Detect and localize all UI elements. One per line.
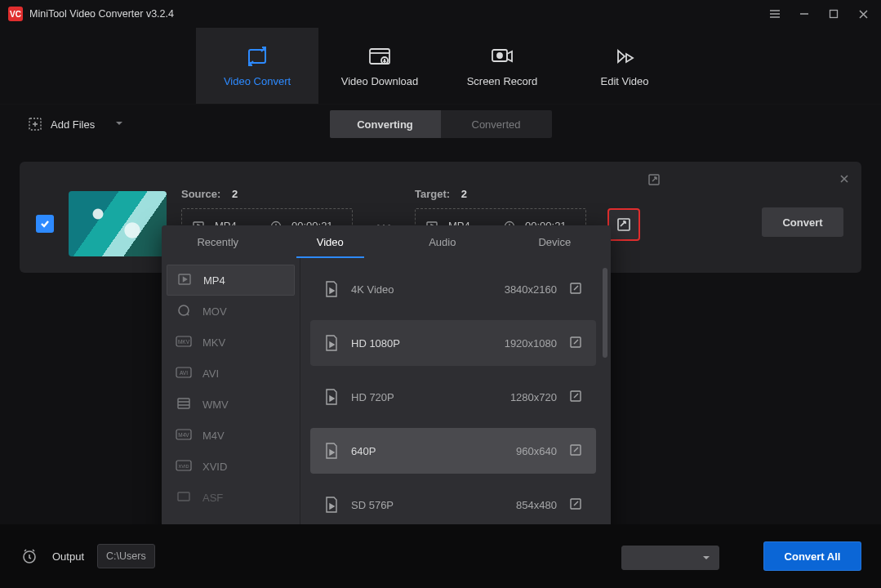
- convert-button[interactable]: Convert: [762, 207, 843, 237]
- nav-label: Edit Video: [600, 75, 648, 87]
- output-path-value: C:\Users: [106, 550, 146, 562]
- format-mp4[interactable]: MP4: [167, 265, 295, 296]
- svg-rect-0: [830, 11, 838, 18]
- bottom-bar: Output C:\Users Convert All: [0, 524, 881, 588]
- nav-label: Video Convert: [224, 75, 291, 87]
- quicktime-icon: [175, 303, 193, 320]
- titlebar: VC MiniTool Video Converter v3.2.4: [0, 0, 881, 28]
- play-file-icon: [322, 333, 341, 353]
- preset-resolution: 1920x1080: [483, 337, 557, 350]
- preset-1080p[interactable]: HD 1080P 1920x1080: [310, 320, 596, 366]
- nav-video-convert[interactable]: Video Convert: [196, 28, 318, 104]
- edit-preset-icon[interactable]: [567, 497, 585, 513]
- tab-converted[interactable]: Converted: [441, 110, 552, 138]
- target-count: 2: [461, 188, 467, 200]
- tab-video[interactable]: Video: [274, 225, 387, 258]
- source-count: 2: [232, 188, 238, 200]
- svg-rect-19: [178, 399, 189, 408]
- preset-name: 4K Video: [351, 283, 474, 296]
- tab-audio[interactable]: Audio: [386, 225, 499, 258]
- output-path-field[interactable]: C:\Users: [97, 544, 155, 568]
- format-asf[interactable]: ASF: [167, 482, 295, 513]
- format-xvid[interactable]: XVID XVID: [167, 451, 295, 482]
- play-file-icon: [322, 279, 341, 299]
- tab-device[interactable]: Device: [499, 225, 612, 258]
- preset-4k[interactable]: 4K Video 3840x2160: [310, 266, 596, 312]
- play-file-icon: [322, 441, 341, 461]
- schedule-icon[interactable]: [20, 546, 39, 566]
- tab-recently[interactable]: Recently: [162, 225, 274, 258]
- format-label: AVI: [202, 368, 219, 380]
- tab-converting[interactable]: Converting: [330, 110, 441, 138]
- format-list: MP4 MOV MKV MKV AVI AVI: [162, 258, 300, 565]
- edit-preset-icon[interactable]: [567, 390, 585, 405]
- svg-text:M4V: M4V: [178, 432, 189, 438]
- play-box-icon: [176, 272, 194, 289]
- download-icon: [365, 44, 394, 69]
- main-nav: Video Convert Video Download Screen Reco…: [0, 28, 881, 105]
- preset-scrollbar[interactable]: [603, 268, 607, 513]
- nav-label: Video Download: [341, 75, 418, 87]
- preset-720p[interactable]: HD 720P 1280x720: [310, 374, 596, 420]
- format-label: WMV: [202, 399, 229, 411]
- asf-icon: [175, 491, 193, 505]
- format-label: M4V: [202, 430, 225, 442]
- conversion-tabs: Converting Converted: [330, 110, 552, 138]
- format-label: XVID: [202, 461, 227, 473]
- mkv-icon: MKV: [175, 336, 193, 350]
- popup-tabs: Recently Video Audio Device: [162, 225, 611, 258]
- quality-select[interactable]: [621, 546, 719, 570]
- format-mkv[interactable]: MKV MKV: [167, 327, 295, 358]
- edit-target-icon[interactable]: [647, 173, 661, 189]
- wmv-icon: [175, 397, 193, 412]
- edit-icon: [610, 44, 639, 69]
- target-settings-button[interactable]: [607, 208, 640, 241]
- svg-rect-24: [178, 492, 189, 501]
- play-file-icon: [322, 387, 341, 407]
- svg-rect-2: [370, 49, 389, 64]
- preset-resolution: 1280x720: [483, 391, 557, 403]
- format-avi[interactable]: AVI AVI: [167, 358, 295, 389]
- target-label: Target: 2: [415, 188, 586, 200]
- preset-resolution: 960x640: [483, 445, 557, 457]
- edit-preset-icon[interactable]: [567, 443, 585, 459]
- minimize-button[interactable]: [798, 7, 811, 20]
- source-label: Source: 2: [181, 188, 353, 200]
- format-popup: Recently Video Audio Device MP4 MOV MKV: [162, 225, 611, 565]
- close-button[interactable]: [857, 7, 870, 20]
- nav-video-download[interactable]: Video Download: [318, 28, 441, 104]
- nav-edit-video[interactable]: Edit Video: [563, 28, 686, 104]
- format-mov[interactable]: MOV: [167, 296, 295, 327]
- preset-640p[interactable]: 640P 960x640: [310, 428, 596, 474]
- preset-name: HD 720P: [351, 391, 474, 403]
- nav-screen-record[interactable]: Screen Record: [441, 28, 563, 104]
- toolbar: Add Files Converting Converted: [0, 105, 881, 144]
- play-file-icon: [322, 495, 341, 514]
- preset-name: SD 576P: [351, 499, 474, 511]
- close-card-icon[interactable]: [839, 173, 850, 187]
- format-label: MOV: [202, 305, 227, 318]
- record-icon: [487, 44, 517, 69]
- output-label: Output: [52, 550, 84, 563]
- checkbox[interactable]: [36, 215, 54, 233]
- video-thumbnail: [69, 191, 167, 256]
- svg-point-5: [497, 53, 502, 58]
- convert-icon: [242, 44, 272, 69]
- edit-preset-icon[interactable]: [567, 282, 585, 297]
- svg-text:XVID: XVID: [179, 464, 189, 469]
- avi-icon: AVI: [175, 367, 193, 381]
- maximize-button[interactable]: [827, 7, 840, 20]
- format-m4v[interactable]: M4V M4V: [167, 420, 295, 451]
- menu-icon[interactable]: [768, 7, 781, 20]
- preset-576p[interactable]: SD 576P 854x480: [310, 482, 596, 528]
- add-files-button[interactable]: Add Files: [20, 112, 132, 136]
- app-logo-icon: VC: [8, 7, 23, 21]
- convert-all-button[interactable]: Convert All: [763, 541, 861, 571]
- add-file-icon: [28, 117, 42, 131]
- edit-preset-icon[interactable]: [567, 336, 585, 351]
- preset-list: 4K Video 3840x2160 HD 1080P 1920x1080: [300, 258, 611, 565]
- format-label: MP4: [203, 274, 225, 287]
- svg-text:AVI: AVI: [180, 370, 188, 376]
- preset-resolution: 3840x2160: [483, 283, 557, 296]
- format-wmv[interactable]: WMV: [167, 389, 295, 420]
